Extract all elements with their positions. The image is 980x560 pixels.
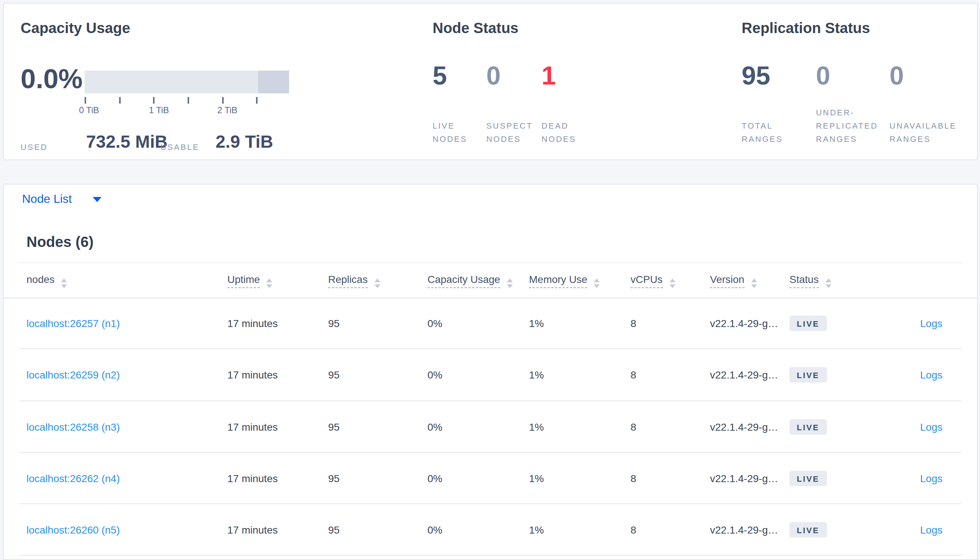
vcpus-cell: 8 bbox=[630, 369, 636, 381]
uptime-cell: 17 minutes bbox=[227, 317, 278, 329]
stat-label: DEAD NODES bbox=[542, 119, 594, 145]
memory-use-cell: 1% bbox=[529, 317, 544, 329]
column-header-uptime[interactable]: Uptime bbox=[227, 273, 273, 288]
logs-link[interactable]: Logs bbox=[920, 524, 943, 536]
stat-value: 0 bbox=[816, 61, 884, 90]
table-row: localhost:26259 (n2) 17 minutes 95 0% 1%… bbox=[4, 350, 977, 401]
replicas-cell: 95 bbox=[328, 369, 339, 381]
live-nodes-stat: 5 LIVE NODES bbox=[433, 61, 486, 145]
stat-value: 0 bbox=[890, 61, 960, 90]
status-badge: LIVE bbox=[789, 316, 827, 331]
logs-link[interactable]: Logs bbox=[920, 473, 943, 484]
sort-icon bbox=[825, 278, 831, 288]
status-badge: LIVE bbox=[789, 367, 827, 383]
table-row: localhost:26258 (n3) 17 minutes 95 0% 1%… bbox=[4, 401, 977, 453]
stat-label: LIVE NODES bbox=[433, 119, 486, 145]
replication-status-title: Replication Status bbox=[742, 20, 870, 37]
axis-tick-label: 0 TiB bbox=[60, 105, 119, 115]
uptime-cell: 17 minutes bbox=[227, 369, 278, 381]
sort-icon bbox=[507, 278, 513, 288]
sort-icon bbox=[374, 278, 380, 288]
node-link[interactable]: localhost:26260 (n5) bbox=[27, 524, 120, 536]
stat-label: UNDER-REPLICATED RANGES bbox=[816, 106, 884, 145]
uptime-cell: 17 minutes bbox=[227, 421, 278, 432]
table-header-row: nodes Uptime Replicas Capacity Usage Mem… bbox=[4, 263, 977, 298]
replicas-cell: 95 bbox=[328, 421, 339, 432]
version-cell: v22.1.4-29-g… bbox=[710, 421, 778, 432]
sort-icon bbox=[669, 278, 675, 288]
logs-link[interactable]: Logs bbox=[920, 369, 943, 381]
column-header-capacity-usage[interactable]: Capacity Usage bbox=[428, 273, 513, 288]
vcpus-cell: 8 bbox=[630, 473, 636, 484]
view-selector-dropdown[interactable]: Node List bbox=[3, 184, 978, 215]
status-badge: LIVE bbox=[789, 471, 827, 486]
stat-value: 5 bbox=[433, 61, 486, 90]
version-cell: v22.1.4-29-g… bbox=[710, 473, 778, 484]
replicas-cell: 95 bbox=[328, 524, 339, 536]
memory-use-cell: 1% bbox=[529, 369, 544, 381]
memory-use-cell: 1% bbox=[529, 421, 544, 432]
logs-link[interactable]: Logs bbox=[920, 317, 943, 329]
summary-panel: Capacity Usage 0.0% 0 TiB 1 TiB 2 TiB US… bbox=[3, 3, 978, 160]
axis-tick-label: 2 TiB bbox=[198, 105, 257, 115]
uptime-cell: 17 minutes bbox=[227, 473, 278, 484]
capacity-bar bbox=[85, 70, 289, 93]
axis-tick bbox=[187, 97, 189, 103]
cluster-overview-page: Capacity Usage 0.0% 0 TiB 1 TiB 2 TiB US… bbox=[0, 0, 980, 560]
usable-value: 2.9 TiB bbox=[216, 133, 273, 151]
node-link[interactable]: localhost:26259 (n2) bbox=[27, 369, 120, 381]
capacity-usage-cell: 0% bbox=[428, 421, 442, 432]
caret-down-icon bbox=[92, 197, 101, 202]
memory-use-cell: 1% bbox=[529, 473, 544, 484]
sort-icon bbox=[751, 278, 757, 288]
column-header-vcpus[interactable]: vCPUs bbox=[630, 273, 675, 288]
vcpus-cell: 8 bbox=[630, 421, 636, 432]
stat-value: 0 bbox=[486, 61, 539, 90]
axis-tick bbox=[119, 97, 120, 103]
status-badge: LIVE bbox=[789, 523, 827, 538]
node-link[interactable]: localhost:26257 (n1) bbox=[27, 317, 120, 329]
column-header-replicas[interactable]: Replicas bbox=[328, 273, 380, 288]
replicas-cell: 95 bbox=[328, 473, 339, 484]
stat-label: SUSPECT NODES bbox=[486, 119, 539, 145]
table-body: localhost:26257 (n1) 17 minutes 95 0% 1%… bbox=[4, 298, 977, 556]
nodes-table-card: Nodes (6) nodes Uptime Replicas Capacity… bbox=[3, 214, 978, 560]
column-header-memory-use[interactable]: Memory Use bbox=[529, 273, 600, 288]
table-row: localhost:26262 (n4) 17 minutes 95 0% 1%… bbox=[4, 453, 977, 505]
stat-label: UNAVAILABLE RANGES bbox=[890, 119, 960, 145]
logs-link[interactable]: Logs bbox=[920, 421, 943, 432]
sort-icon bbox=[594, 278, 600, 288]
capacity-usage-cell: 0% bbox=[428, 524, 442, 536]
unavailable-ranges-stat: 0 UNAVAILABLE RANGES bbox=[890, 61, 960, 145]
column-header-nodes[interactable]: nodes bbox=[27, 273, 67, 288]
stat-label: TOTAL RANGES bbox=[742, 119, 809, 145]
capacity-usage-cell: 0% bbox=[428, 317, 442, 329]
uptime-cell: 17 minutes bbox=[227, 524, 278, 536]
table-row: localhost:26260 (n5) 17 minutes 95 0% 1%… bbox=[4, 504, 977, 556]
axis-tick bbox=[85, 97, 86, 103]
status-badge: LIVE bbox=[789, 419, 827, 434]
axis-tick bbox=[153, 97, 154, 103]
used-label: USED bbox=[21, 143, 48, 152]
sort-icon bbox=[267, 278, 273, 288]
column-header-status[interactable]: Status bbox=[789, 273, 831, 288]
node-link[interactable]: localhost:26258 (n3) bbox=[27, 421, 120, 432]
usable-label: USABLE bbox=[161, 143, 199, 152]
column-header-version[interactable]: Version bbox=[710, 273, 757, 288]
capacity-usage-cell: 0% bbox=[428, 473, 442, 484]
axis-tick bbox=[222, 97, 224, 103]
stat-value: 1 bbox=[542, 61, 594, 90]
version-cell: v22.1.4-29-g… bbox=[710, 369, 778, 381]
stat-value: 95 bbox=[742, 61, 809, 90]
table-row: localhost:26257 (n1) 17 minutes 95 0% 1%… bbox=[4, 298, 977, 350]
axis-tick-label: 1 TiB bbox=[129, 105, 188, 115]
nodes-table-title: Nodes (6) bbox=[27, 234, 94, 251]
node-link[interactable]: localhost:26262 (n4) bbox=[27, 473, 120, 484]
sort-icon bbox=[61, 278, 67, 288]
replicas-cell: 95 bbox=[328, 317, 339, 329]
under-replicated-ranges-stat: 0 UNDER-REPLICATED RANGES bbox=[816, 61, 884, 145]
vcpus-cell: 8 bbox=[630, 524, 636, 536]
vcpus-cell: 8 bbox=[630, 317, 636, 329]
capacity-percent: 0.0% bbox=[21, 65, 83, 93]
axis-tick bbox=[256, 97, 258, 103]
